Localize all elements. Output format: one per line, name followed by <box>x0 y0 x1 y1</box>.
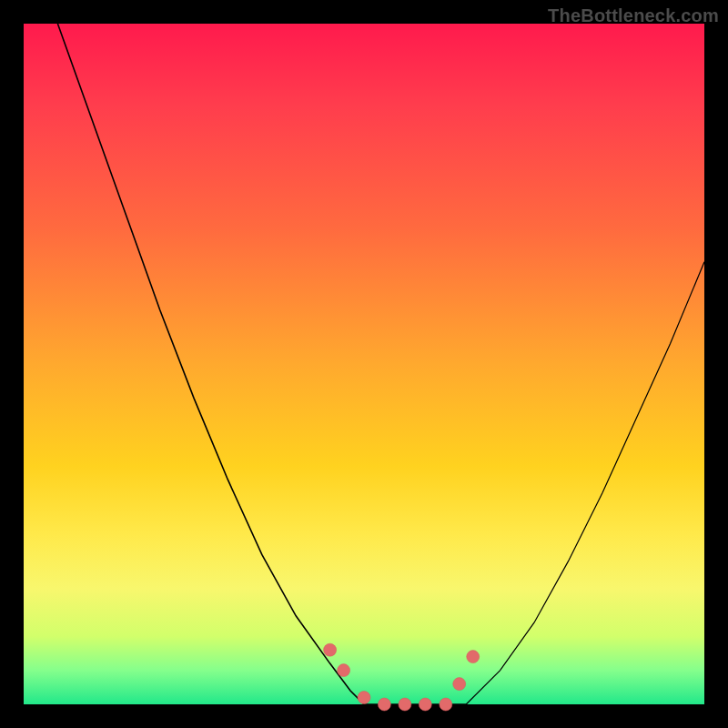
marker-point <box>399 698 411 711</box>
curve-left-branch <box>57 24 364 704</box>
marker-point <box>467 651 480 663</box>
curve-right-branch <box>466 262 704 704</box>
watermark-text: TheBottleneck.com <box>548 5 719 26</box>
chart-svg <box>24 24 704 704</box>
marker-point <box>453 678 466 691</box>
marker-point <box>324 643 337 656</box>
marker-group <box>324 643 480 711</box>
plot-area <box>24 24 704 704</box>
marker-point <box>378 698 390 711</box>
marker-point <box>419 698 431 711</box>
chart-frame: TheBottleneck.com <box>0 0 728 728</box>
marker-point <box>358 692 370 704</box>
marker-point <box>338 664 350 677</box>
marker-point <box>440 698 452 711</box>
